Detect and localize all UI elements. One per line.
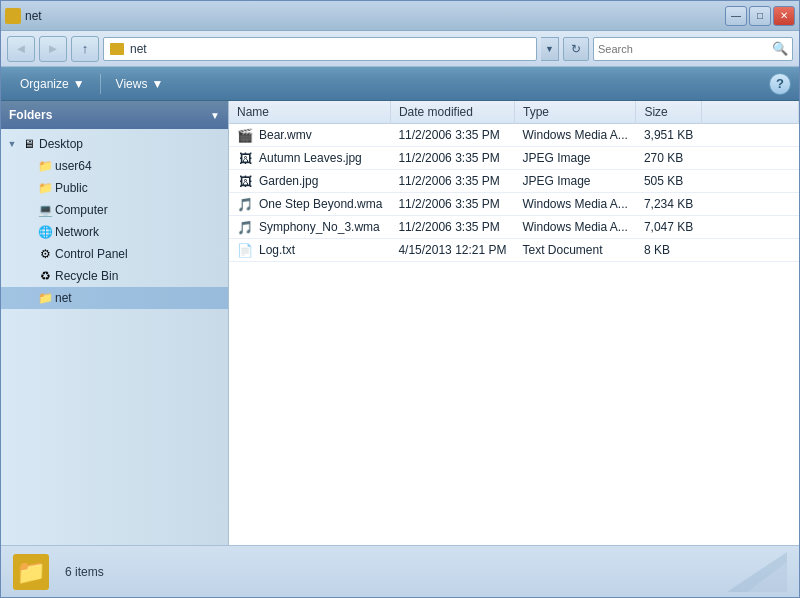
tree-expand-user64[interactable] [21,159,35,173]
tree-expand-net[interactable] [21,291,35,305]
file-name: 🎵Symphony_No_3.wma [229,216,390,239]
forward-button[interactable]: ► [39,36,67,62]
file-name-text: Bear.wmv [259,128,312,142]
toolbar: Organize ▼ Views ▼ ? [1,67,799,101]
views-arrow: ▼ [151,77,163,91]
file-extra [701,124,798,147]
sidebar-item-controlpanel[interactable]: ⚙Control Panel [1,243,228,265]
table-row[interactable]: 🎵One Step Beyond.wma11/2/2006 3:35 PMWin… [229,193,799,216]
maximize-button[interactable]: □ [749,6,771,26]
file-date-modified: 11/2/2006 3:35 PM [390,170,514,193]
table-header-row: Name Date modified Type Size [229,101,799,124]
titlebar-folder-icon [5,8,21,24]
tree-expand-network[interactable] [21,225,35,239]
wma-file-icon: 🎵 [237,219,253,235]
file-size: 7,047 KB [636,216,701,239]
file-type: JPEG Image [515,170,636,193]
file-extra [701,216,798,239]
sidebar-label-public: Public [55,181,88,195]
file-tbody: 🎬Bear.wmv11/2/2006 3:35 PMWindows Media … [229,124,799,262]
sidebar-item-desktop[interactable]: ▼🖥Desktop [1,133,228,155]
close-button[interactable]: ✕ [773,6,795,26]
file-area: Name Date modified Type Size 🎬Bear.wmv11… [229,101,799,545]
address-folder-icon [110,43,124,55]
address-path[interactable]: net [103,37,537,61]
tree-expand-desktop[interactable]: ▼ [5,137,19,151]
sidebar-item-computer[interactable]: 💻Computer [1,199,228,221]
sidebar-item-user64[interactable]: 📁user64 [1,155,228,177]
titlebar-title: net [25,9,42,23]
sidebar-header-label: Folders [9,108,52,122]
txt-file-icon: 📄 [237,242,253,258]
table-row[interactable]: 🖼Autumn Leaves.jpg11/2/2006 3:35 PMJPEG … [229,147,799,170]
file-size: 505 KB [636,170,701,193]
sidebar-item-net[interactable]: 📁net [1,287,228,309]
search-box: 🔍 [593,37,793,61]
file-name: 🎬Bear.wmv [229,124,390,147]
views-label: Views [116,77,148,91]
address-dropdown[interactable]: ▼ [541,37,559,61]
file-table: Name Date modified Type Size 🎬Bear.wmv11… [229,101,799,262]
file-date-modified: 11/2/2006 3:35 PM [390,147,514,170]
refresh-button[interactable]: ↻ [563,37,589,61]
titlebar-buttons: — □ ✕ [725,6,795,26]
file-name: 🖼Garden.jpg [229,170,390,193]
status-item-count: 6 items [65,565,104,579]
file-date-modified: 11/2/2006 3:35 PM [390,216,514,239]
window: net — □ ✕ ◄ ► ↑ net ▼ ↻ 🔍 Organize ▼ Vie… [0,0,800,598]
addressbar: ◄ ► ↑ net ▼ ↻ 🔍 [1,31,799,67]
up-button[interactable]: ↑ [71,36,99,62]
tree-expand-computer[interactable] [21,203,35,217]
back-button[interactable]: ◄ [7,36,35,62]
tree-expand-controlpanel[interactable] [21,247,35,261]
file-extra [701,193,798,216]
file-name-text: Garden.jpg [259,174,318,188]
sidebar-label-network: Network [55,225,99,239]
jpg-file-icon: 🖼 [237,150,253,166]
sidebar-header: Folders ▼ [1,101,228,129]
network-icon: 🌐 [37,224,53,240]
search-input[interactable] [598,43,772,55]
table-row[interactable]: 🎵Symphony_No_3.wma11/2/2006 3:35 PMWindo… [229,216,799,239]
desktop-icon: 🖥 [21,136,37,152]
controlpanel-icon: ⚙ [37,246,53,262]
minimize-button[interactable]: — [725,6,747,26]
col-type[interactable]: Type [515,101,636,124]
wma-file-icon: 🎵 [237,196,253,212]
file-name: 🎵One Step Beyond.wma [229,193,390,216]
tree-expand-recycle[interactable] [21,269,35,283]
table-row[interactable]: 🖼Garden.jpg11/2/2006 3:35 PMJPEG Image50… [229,170,799,193]
col-size[interactable]: Size [636,101,701,124]
help-button[interactable]: ? [769,73,791,95]
sidebar-item-network[interactable]: 🌐Network [1,221,228,243]
monitor-icon: 💻 [37,202,53,218]
file-date-modified: 11/2/2006 3:35 PM [390,124,514,147]
file-size: 270 KB [636,147,701,170]
sidebar-tree: ▼🖥Desktop📁user64📁Public💻Computer🌐Network… [1,129,228,313]
file-name-text: Log.txt [259,243,295,257]
organize-label: Organize [20,77,69,91]
file-name: 🖼Autumn Leaves.jpg [229,147,390,170]
file-name-text: Autumn Leaves.jpg [259,151,362,165]
folder-icon: 📁 [37,158,53,174]
file-type: Windows Media A... [515,216,636,239]
col-name[interactable]: Name [229,101,390,124]
file-size: 3,951 KB [636,124,701,147]
sidebar-label-net: net [55,291,72,305]
organize-button[interactable]: Organize ▼ [9,71,96,97]
net-icon: 📁 [37,290,53,306]
views-button[interactable]: Views ▼ [105,71,175,97]
titlebar-left: net [5,8,42,24]
sidebar-header-arrow[interactable]: ▼ [210,110,220,121]
wmv-file-icon: 🎬 [237,127,253,143]
status-folder-icon: 📁 [13,554,49,590]
titlebar: net — □ ✕ [1,1,799,31]
sidebar-item-public[interactable]: 📁Public [1,177,228,199]
table-row[interactable]: 📄Log.txt4/15/2013 12:21 PMText Document8… [229,239,799,262]
tree-expand-public[interactable] [21,181,35,195]
jpg-file-icon: 🖼 [237,173,253,189]
table-row[interactable]: 🎬Bear.wmv11/2/2006 3:35 PMWindows Media … [229,124,799,147]
col-date[interactable]: Date modified [390,101,514,124]
sidebar-item-recycle[interactable]: ♻Recycle Bin [1,265,228,287]
col-extra [701,101,798,124]
